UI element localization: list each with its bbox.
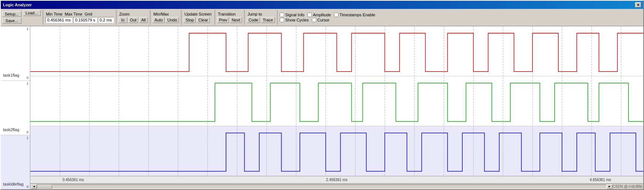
show-cycles-label: Show Cycles <box>285 18 309 22</box>
zoom-buttons-row: In Out All <box>119 17 148 23</box>
jumpto-label: Jump to <box>247 12 263 16</box>
jumpto-buttons-row: Code Trace <box>247 17 275 23</box>
separator-5 <box>215 10 215 25</box>
toolbar: Setup... Save... Load... Min Time Max Ti… <box>1 9 643 26</box>
window-title: Logic Analyzer <box>3 3 32 7</box>
separator-2 <box>116 10 116 25</box>
show-cycles-checkbox-label[interactable]: Show Cycles <box>280 18 309 22</box>
minmax-label: Min/Max <box>153 12 170 16</box>
timestamps-checkbox[interactable] <box>334 13 338 17</box>
cursor-checkbox[interactable] <box>312 18 316 22</box>
svg-rect-1 <box>30 76 643 126</box>
zoom-in-button[interactable]: In <box>119 17 127 23</box>
show-cycles-checkbox[interactable] <box>280 18 284 22</box>
max-time-label: Max Time <box>64 12 83 16</box>
task1flag-y0: 0 <box>27 76 28 80</box>
zoom-label: Zoom <box>119 12 130 16</box>
task1flag-y-labels: 1 0 <box>27 26 28 80</box>
amplitude-checkbox[interactable] <box>307 13 312 17</box>
separator-7 <box>277 10 277 25</box>
scrollbar-track[interactable] <box>37 184 607 189</box>
zoom-out-button[interactable]: Out <box>128 17 139 23</box>
signal-label-taskidleflag: 1 0 taskIdleflag <box>1 135 30 189</box>
minmax-buttons-row: Auto Undo <box>153 17 179 23</box>
waveform-canvas <box>30 26 643 176</box>
min-time-label: Min Time <box>45 12 64 16</box>
save-button[interactable]: Save... <box>2 18 21 24</box>
undo-button[interactable]: Undo <box>166 17 179 23</box>
separator-6 <box>244 10 245 25</box>
main-content: 1 0 task1flag 1 0 task2flag 1 0 taskIdl <box>1 26 643 189</box>
zoom-group: Zoom In Out All <box>119 12 148 23</box>
minmax-label-row: Min/Max <box>153 12 179 16</box>
svg-rect-2 <box>30 126 643 176</box>
signal-info-label: Signal Info <box>285 13 304 17</box>
timestamps-label: Timestamps Enable <box>340 13 375 17</box>
taskidleflag-name: taskIdleflag <box>1 182 24 186</box>
time-group: Min Time Max Time Grid 0.456361 ms 0.150… <box>45 12 114 23</box>
prev-button[interactable]: Prev <box>217 17 229 23</box>
jumpto-label-row: Jump to <box>247 12 275 16</box>
separator-1 <box>43 10 43 25</box>
update-buttons-row: Stop Clear <box>184 17 212 23</box>
signal-label-task1flag: 1 0 task1flag <box>1 26 30 81</box>
signal-labels-panel: 1 0 task1flag 1 0 task2flag 1 0 taskIdl <box>1 26 30 189</box>
cursor-checkbox-label[interactable]: Cursor <box>312 18 330 22</box>
logic-analyzer-window: Logic Analyzer ✕ Setup... Save... Load..… <box>0 0 644 190</box>
taskidleflag-y-labels: 1 0 <box>27 135 28 189</box>
watermark: CSDN @小徐调制 <box>613 184 643 189</box>
checkbox-row-1: Signal Info Amplitude Timestamps Enable <box>280 13 375 17</box>
separator-4 <box>181 10 181 25</box>
time-axis: 0.456361 ms 2.456361 ms 4.656361 ms <box>30 176 643 183</box>
file-buttons-group: Setup... Save... <box>2 11 21 24</box>
stop-button[interactable]: Stop <box>184 17 196 23</box>
setup-button[interactable]: Setup... <box>2 11 21 17</box>
task1flag-y1: 1 <box>27 27 28 31</box>
time-label-3: 4.656361 ms <box>590 178 611 182</box>
update-screen-label: Update Screen <box>184 12 212 16</box>
min-time-value: 0.456361 ms <box>45 17 73 23</box>
trace-button[interactable]: Trace <box>261 17 275 23</box>
task2flag-name: task2flag <box>1 127 19 132</box>
checkbox-row-2: Show Cycles Cursor <box>280 18 375 22</box>
transition-label-row: Transition <box>217 12 242 16</box>
task2flag-y0: 0 <box>27 130 28 134</box>
time-values-row: 0.456361 ms 0.150579 s 0.2 ms <box>45 17 114 23</box>
time-label-1: 0.456361 ms <box>62 178 84 182</box>
task2flag-y-labels: 1 0 <box>27 81 28 135</box>
update-group: Update Screen Stop Clear <box>184 12 212 23</box>
zoom-all-button[interactable]: All <box>139 17 148 23</box>
waveform-area: 0.456361 ms 2.456361 ms 4.656361 ms ◄ ► … <box>30 26 643 189</box>
task1flag-name: task1flag <box>1 73 19 77</box>
transition-label: Transition <box>217 12 236 16</box>
scrollbar-right-arrow[interactable]: ► <box>607 184 613 189</box>
jumpto-group: Jump to Code Trace <box>247 12 275 23</box>
signal-label-task2flag: 1 0 task2flag <box>1 81 30 135</box>
amplitude-checkbox-label[interactable]: Amplitude <box>307 13 331 17</box>
grid-value: 0.2 ms <box>98 17 114 23</box>
min-time-row: Min Time Max Time Grid <box>45 12 114 16</box>
clear-button[interactable]: Clear <box>197 17 210 23</box>
taskidleflag-y1: 1 <box>27 136 28 140</box>
signal-info-checkbox-label[interactable]: Signal Info <box>280 13 304 17</box>
minmax-group: Min/Max Auto Undo <box>153 12 179 23</box>
grid-label: Grid <box>84 12 93 16</box>
amplitude-label: Amplitude <box>313 13 331 17</box>
signal-info-checkbox[interactable] <box>280 13 284 17</box>
scrollbar-left-arrow[interactable]: ◄ <box>31 184 37 189</box>
separator-3 <box>150 10 150 25</box>
next-button[interactable]: Next <box>230 17 242 23</box>
update-label-row: Update Screen <box>184 12 212 16</box>
load-button[interactable]: Load... <box>23 10 41 16</box>
auto-button[interactable]: Auto <box>153 17 165 23</box>
code-button[interactable]: Code <box>247 17 260 23</box>
task2flag-y1: 1 <box>27 81 28 85</box>
timestamps-checkbox-label[interactable]: Timestamps Enable <box>334 13 375 17</box>
taskidleflag-y0: 0 <box>27 185 28 189</box>
close-button[interactable]: ✕ <box>635 2 641 7</box>
scrollbar[interactable]: ◄ ► CSDN @小徐调制 <box>30 183 643 189</box>
cursor-label: Cursor <box>317 18 330 22</box>
scrollbar-thumb[interactable] <box>37 185 52 189</box>
transition-buttons-row: Prev Next <box>217 17 242 23</box>
checkboxes-group: Signal Info Amplitude Timestamps Enable … <box>280 13 375 22</box>
